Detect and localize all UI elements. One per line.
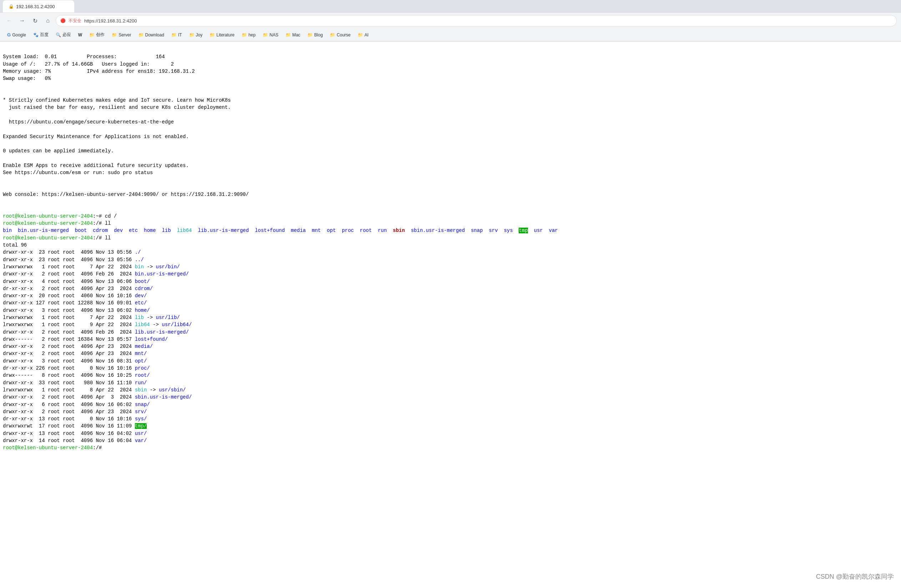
bookmark-literature-label: Literature bbox=[216, 33, 235, 37]
browser-chrome: 🔒 192.168.31.2:4200 ← → ↻ ⌂ 🔴 不安全 https:… bbox=[0, 0, 901, 42]
bookmark-course-folder-icon: 📁 bbox=[330, 33, 335, 37]
bookmark-hep-label: hep bbox=[248, 33, 256, 37]
bookmark-google-icon: G bbox=[7, 32, 11, 37]
bookmark-course[interactable]: 📁 Course bbox=[327, 31, 354, 39]
active-tab[interactable]: 🔒 192.168.31.2:4200 bbox=[3, 0, 74, 12]
bookmark-baidu-label: 百度 bbox=[40, 32, 48, 38]
bookmark-course-label: Course bbox=[337, 33, 351, 37]
bookmark-baidu[interactable]: 🐾 百度 bbox=[30, 30, 51, 39]
bookmark-hep-folder-icon: 📁 bbox=[242, 33, 247, 37]
bookmark-google[interactable]: G Google bbox=[4, 31, 29, 39]
bookmark-joy-folder-icon: 📁 bbox=[189, 33, 195, 37]
reload-button[interactable]: ↻ bbox=[30, 16, 40, 26]
security-label: 不安全 bbox=[69, 18, 81, 24]
bookmark-bing-label: 必应 bbox=[62, 32, 71, 38]
prompt-cd: root@kelsen-ubuntu-server-2404:~# cd / r… bbox=[3, 213, 558, 451]
bookmark-blog-folder-icon: 📁 bbox=[307, 33, 313, 37]
bookmarks-bar: G Google 🐾 百度 🔍 必应 W 📁 创作 📁 Server 📁 Dow… bbox=[0, 28, 901, 41]
bookmark-bing[interactable]: 🔍 必应 bbox=[53, 30, 74, 39]
csdn-watermark: CSDN @勤奋的凯尔森同学 bbox=[816, 572, 894, 581]
bookmark-it-folder-icon: 📁 bbox=[171, 33, 177, 37]
tab-favicon: 🔒 bbox=[9, 4, 14, 9]
bookmark-mac[interactable]: 📁 Mac bbox=[283, 31, 304, 39]
back-button[interactable]: ← bbox=[4, 16, 14, 26]
bookmark-chuangzuo-label: 创作 bbox=[96, 32, 104, 38]
bookmark-w-icon: W bbox=[78, 33, 82, 37]
bookmark-it[interactable]: 📁 IT bbox=[168, 31, 185, 39]
system-load-line: System load: 0.01 Processes: 164 Usage o… bbox=[3, 54, 195, 81]
bookmark-bing-icon: 🔍 bbox=[56, 33, 61, 37]
bookmark-w[interactable]: W bbox=[75, 31, 85, 39]
bookmark-mac-label: Mac bbox=[292, 33, 301, 37]
bookmark-hep[interactable]: 📁 hep bbox=[239, 31, 259, 39]
bookmark-download[interactable]: 📁 Download bbox=[136, 31, 167, 39]
bookmark-ai[interactable]: 📁 AI bbox=[355, 31, 371, 39]
bookmark-joy-label: Joy bbox=[196, 33, 203, 37]
bookmark-nas[interactable]: 📁 NAS bbox=[260, 31, 281, 39]
tab-title: 192.168.31.2:4200 bbox=[16, 4, 55, 9]
bookmark-download-label: Download bbox=[145, 33, 164, 37]
nav-bar: ← → ↻ ⌂ 🔴 不安全 https://192.168.31.2:4200 bbox=[0, 13, 901, 28]
bookmark-ai-label: AI bbox=[365, 33, 368, 37]
bookmark-baidu-icon: 🐾 bbox=[33, 33, 39, 37]
tab-bar: 🔒 192.168.31.2:4200 bbox=[0, 0, 901, 13]
bookmark-it-label: IT bbox=[178, 33, 182, 37]
bookmark-folder-icon: 📁 bbox=[89, 33, 95, 37]
security-icon: 🔴 bbox=[60, 18, 66, 23]
bookmark-literature[interactable]: 📁 Literature bbox=[207, 31, 237, 39]
bookmark-ai-folder-icon: 📁 bbox=[358, 33, 363, 37]
bookmark-nas-folder-icon: 📁 bbox=[263, 33, 268, 37]
bookmark-download-folder-icon: 📁 bbox=[139, 33, 144, 37]
address-text: https://192.168.31.2:4200 bbox=[84, 18, 137, 23]
bookmark-literature-folder-icon: 📁 bbox=[210, 33, 215, 37]
terminal-content: System load: 0.01 Processes: 164 Usage o… bbox=[0, 42, 901, 456]
forward-button[interactable]: → bbox=[17, 16, 27, 26]
bookmark-mac-folder-icon: 📁 bbox=[285, 33, 291, 37]
bookmark-chuangzuo[interactable]: 📁 创作 bbox=[86, 30, 108, 39]
bookmark-server-label: Server bbox=[118, 33, 131, 37]
bookmark-joy[interactable]: 📁 Joy bbox=[186, 31, 206, 39]
address-bar[interactable]: 🔴 不安全 https://192.168.31.2:4200 bbox=[56, 15, 897, 26]
bookmark-nas-label: NAS bbox=[270, 33, 278, 37]
motd-text: * Strictly confined Kubernetes makes edg… bbox=[3, 97, 249, 197]
bookmark-server[interactable]: 📁 Server bbox=[109, 31, 134, 39]
bookmark-blog[interactable]: 📁 Blog bbox=[304, 31, 326, 39]
bookmark-server-folder-icon: 📁 bbox=[112, 33, 117, 37]
bookmark-blog-label: Blog bbox=[314, 33, 323, 37]
bookmark-google-label: Google bbox=[12, 33, 26, 37]
home-button[interactable]: ⌂ bbox=[43, 16, 53, 26]
